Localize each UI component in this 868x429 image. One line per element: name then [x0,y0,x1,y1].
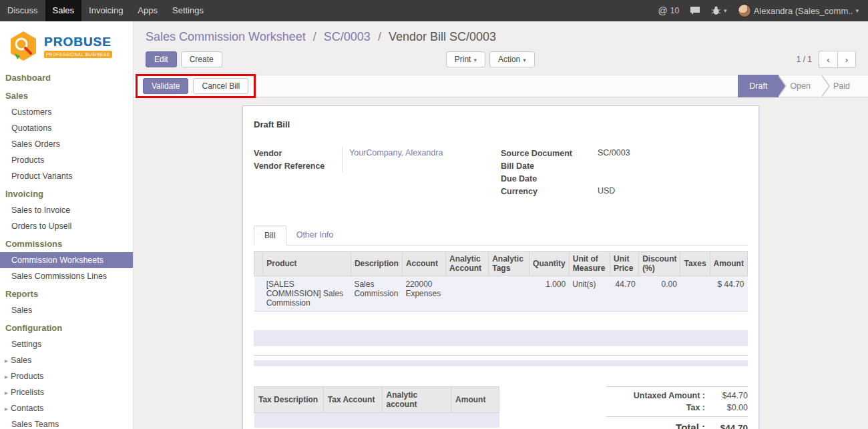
user-menu[interactable]: Alexandra (Sales_comm.. ▾ [738,4,859,17]
cell-analytic-tags [489,276,529,312]
menu-invoicing[interactable]: Invoicing [81,0,130,21]
cell-description: Sales Commission [351,276,402,312]
edit-button[interactable]: Edit [146,51,177,67]
sidebar-item-config-pricelists[interactable]: ▸Pricelists [0,384,133,400]
sheet-title: Draft Bill [254,119,748,129]
status-step-draft[interactable]: Draft [738,75,779,97]
tax-total-label: Tax : [686,403,705,412]
pager-counter: 1 / 1 [797,55,812,64]
form-sheet: Draft Bill Vendor YourCompany, Alexandra… [242,105,759,429]
menu-settings[interactable]: Settings [165,0,211,21]
validate-button[interactable]: Validate [143,78,188,94]
form-fields: Vendor YourCompany, Alexandra Vendor Ref… [254,147,748,197]
sidebar-section-commissions[interactable]: Commissions [0,234,133,252]
col-unit-price: Unit Price [610,252,639,276]
breadcrumb-worksheet-link[interactable]: Sales Commission Worksheet [146,30,306,43]
caret-down-icon: ▾ [523,57,526,63]
menu-apps[interactable]: Apps [130,0,165,21]
sidebar-item-config-products[interactable]: ▸Products [0,368,133,384]
source-document-label: Source Document [501,149,598,158]
menu-sales[interactable]: Sales [45,0,82,21]
grand-total-label: Total : [676,422,705,429]
sidebar-item-sales-to-invoice[interactable]: Sales to Invoice [0,202,133,218]
print-dropdown-button[interactable]: Print▾ [446,51,485,67]
sidebar-item-products[interactable]: Products [0,152,133,168]
col-taxes: Taxes [680,252,710,276]
statusbar: Validate Cancel Bill Draft Open Paid [134,75,868,97]
messages-button[interactable] [690,6,700,15]
col-product: Product [263,252,351,276]
sidebar-item-reports-sales[interactable]: Sales [0,302,133,318]
cancel-bill-button[interactable]: Cancel Bill [193,78,248,94]
sidebar-item-quotations[interactable]: Quotations [0,120,133,136]
topbar-right: @ 10 ▾ Alexandra (Sales_comm.. ▾ [658,4,868,17]
horizontal-divider [254,355,748,356]
sidebar-item-label: Sales [11,356,31,365]
chat-bubble-icon [690,6,700,15]
sidebar-item-sales-orders[interactable]: Sales Orders [0,136,133,152]
cell-discount: 0.00 [639,276,680,312]
table-row[interactable]: [SALES COMMISSION] Sales Commission Sale… [254,276,748,312]
at-icon: @ [658,5,668,16]
cell-amount: $ 44.70 [710,276,747,312]
tax-section: Tax Description Tax Account Analytic acc… [254,386,499,429]
sidebar-section-sales[interactable]: Sales [0,86,133,104]
mentions-button[interactable]: @ 10 [658,5,680,16]
avatar [738,4,751,17]
topbar: Discuss Sales Invoicing Apps Settings @ … [0,0,868,21]
sidebar-item-config-contacts[interactable]: ▸Contacts [0,400,133,416]
cell-quantity: 1.000 [529,276,570,312]
caret-down-icon: ▾ [855,7,859,14]
sidebar-item-config-sales[interactable]: ▸Sales [0,352,133,368]
debug-menu-button[interactable]: ▾ [711,6,727,15]
create-button[interactable]: Create [181,51,222,67]
tab-other-info[interactable]: Other Info [286,226,344,245]
col-account: Account [402,252,445,276]
col-tax-description: Tax Description [254,387,324,413]
cell-analytic-account [446,276,489,312]
expand-arrow-icon: ▸ [5,389,8,396]
annotation-highlight-box: Validate Cancel Bill [136,74,256,98]
breadcrumb: Sales Commission Worksheet / SC/0003 / V… [134,21,868,45]
sidebar-item-product-variants[interactable]: Product Variants [0,168,133,184]
due-date-label: Due Date [501,174,598,183]
sidebar-item-commission-worksheets[interactable]: Commission Worksheets [0,252,133,268]
logo-subtitle: PROFESSIONAL BUSINESS [44,51,112,58]
currency-label: Currency [501,187,598,196]
caret-down-icon: ▾ [473,57,477,63]
tab-bill[interactable]: Bill [254,226,286,246]
bug-icon [711,6,721,15]
expand-arrow-icon: ▸ [5,357,8,364]
source-document-value: SC/0003 [598,147,748,159]
empty-row-stripe [254,330,748,346]
sidebar-section-invoicing[interactable]: Invoicing [0,184,133,202]
col-analytic-account: Analytic Account [446,252,489,276]
col-description: Description [351,252,402,276]
breadcrumb-current: Vendor Bill SC/0003 [389,30,496,43]
table-row [254,413,499,428]
cell-taxes [680,276,710,312]
main-content: Sales Commission Worksheet / SC/0003 / V… [134,21,868,429]
sidebar-section-reports[interactable]: Reports [0,284,133,302]
empty-row-stripe [254,360,748,366]
sidebar-item-config-settings[interactable]: Settings [0,336,133,352]
breadcrumb-record-link[interactable]: SC/0003 [324,30,371,43]
action-dropdown-button[interactable]: Action▾ [489,51,535,67]
sidebar-item-customers[interactable]: Customers [0,104,133,120]
sidebar-item-orders-to-upsell[interactable]: Orders to Upsell [0,218,133,234]
caret-down-icon: ▾ [724,7,727,14]
menu-discuss[interactable]: Discuss [0,0,45,21]
pager-next-button[interactable]: › [837,51,856,68]
sidebar-item-sales-commissions-lines[interactable]: Sales Commissions Lines [0,268,133,284]
breadcrumb-separator: / [309,30,320,43]
sidebar-section-dashboard[interactable]: Dashboard [0,68,133,86]
vendor-value-link[interactable]: YourCompany, Alexandra [342,147,501,159]
sidebar-item-sales-teams[interactable]: Sales Teams [0,416,133,429]
logo-title: PROBUSE [44,35,112,49]
tax-lines-table: Tax Description Tax Account Analytic acc… [254,386,499,428]
vendor-reference-label: Vendor Reference [254,161,342,171]
expand-arrow-icon: ▸ [5,405,8,412]
currency-value: USD [598,185,748,197]
pager-previous-button[interactable]: ‹ [819,51,837,68]
sidebar-section-configuration[interactable]: Configuration [0,318,133,336]
